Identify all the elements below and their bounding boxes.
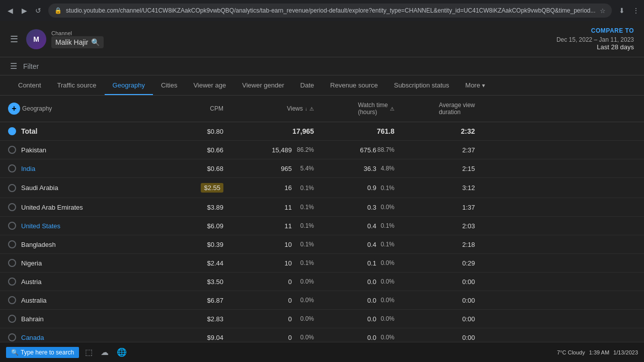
browser-taskbar-btn[interactable]: 🌐 [115, 345, 129, 359]
table-area[interactable]: + Geography CPM Views ↓ ⚠ Watch time(hou… [0, 96, 644, 362]
row-radio-button[interactable] [8, 222, 16, 230]
tab-viewer-age[interactable]: Viewer age [185, 75, 234, 95]
filter-toggle-icon[interactable]: ☰ [10, 61, 17, 71]
tab-traffic-source[interactable]: Traffic source [49, 75, 105, 95]
bookmark-icon[interactable]: ☆ [600, 7, 606, 15]
avg-duration-value: 2:37 [462, 146, 475, 154]
watch-time-pct: 0.0% [376, 297, 394, 304]
taskbar-right: 7°C Cloudy 1:39 AM 1/13/2023 [557, 349, 638, 355]
avg-duration-value: 0:00 [462, 315, 475, 323]
cpm-cell: $3.50 [161, 273, 231, 291]
watch-time-cell: 0.4 0.1% [322, 217, 403, 235]
table-row: Bangladesh $0.39 10 0.1% 0.4 0.1% 2:18 [0, 235, 644, 254]
tab-viewer-gender[interactable]: Viewer gender [234, 75, 292, 95]
row-radio-button[interactable] [8, 240, 16, 248]
channel-avatar-letter: M [33, 35, 39, 43]
views-cell: 15,489 86.2% [231, 141, 322, 159]
views-pct: 0.1% [296, 185, 314, 192]
table-row: Bahrain $2.83 0 0.0% 0.0 0.0% 0:00 [0, 310, 644, 328]
table-row: Pakistan $0.66 15,489 86.2% 675.6 88.7% … [0, 141, 644, 159]
compare-button[interactable]: COMPARE TO [591, 27, 634, 34]
tab-cities[interactable]: Cities [153, 75, 186, 95]
views-pct: 0.1% [296, 204, 314, 211]
col-geography-label: Geography [22, 105, 52, 112]
weather-widget[interactable]: ☁ [99, 345, 111, 359]
watch-time-pct: 0.1% [376, 241, 394, 248]
tab-content[interactable]: Content [10, 75, 49, 95]
avg-duration-cell: 2:18 [403, 235, 483, 253]
header-left: ☰ M Channel Malik Hajir 🔍 [10, 29, 104, 49]
col-header-watch-time: Watch time(hours) ⚠ [322, 96, 403, 122]
start-button[interactable]: 🔍 Type here to search [6, 347, 79, 358]
avg-duration-value: 0:00 [462, 278, 475, 286]
watch-time-cell: 36.3 4.8% [322, 159, 403, 177]
views-value: 15,489 [272, 146, 292, 154]
watch-time-pct: 0.0% [376, 315, 394, 322]
cpm-value: $2.44 [207, 259, 223, 267]
row-radio-button[interactable] [8, 146, 16, 154]
country-name: Austria [21, 278, 41, 286]
tab-date[interactable]: Date [292, 75, 322, 95]
watch-time-cell: 0.4 0.1% [322, 235, 403, 253]
avg-duration-cell: 0:00 [403, 273, 483, 291]
views-pct: 0.0% [296, 297, 314, 304]
header: ☰ M Channel Malik Hajir 🔍 COMPARE TO Dec… [0, 21, 644, 57]
avg-duration-value: 2:32 [461, 127, 475, 135]
avg-duration-cell: 2:37 [403, 141, 483, 159]
row-radio-button[interactable] [8, 203, 16, 211]
row-radio-button[interactable] [8, 259, 16, 267]
country-name: Bangladesh [21, 241, 56, 248]
country-name[interactable]: Canada [21, 334, 44, 341]
country-cell: Austria [0, 273, 161, 291]
country-name: Bahrain [21, 315, 44, 323]
address-bar[interactable]: 🔒 studio.youtube.com/channel/UC41CW8iKZA… [48, 4, 612, 18]
download-button[interactable]: ⬇ [616, 5, 628, 17]
country-cell: India [0, 159, 161, 177]
cpm-value: $2.83 [207, 315, 223, 323]
add-column-button[interactable]: + [8, 103, 20, 115]
taskview-button[interactable]: ⬚ [83, 345, 95, 359]
views-cell: 10 0.1% [231, 235, 322, 253]
country-name: Total [21, 127, 37, 135]
filter-bar: ☰ Filter [0, 57, 644, 75]
views-value: 0 [288, 334, 292, 341]
reload-button[interactable]: ↺ [32, 5, 44, 17]
views-value: 10 [285, 259, 292, 267]
back-button[interactable]: ◀ [4, 5, 16, 17]
extensions-button[interactable]: ⋮ [630, 5, 642, 17]
menu-icon[interactable]: ☰ [10, 34, 18, 45]
tab-subscription-status[interactable]: Subscription status [386, 75, 457, 95]
country-name[interactable]: United States [21, 222, 60, 230]
row-radio-button[interactable] [8, 127, 16, 135]
country-cell: Pakistan [0, 141, 161, 159]
header-right: COMPARE TO Dec 15, 2022 – Jan 11, 2023 L… [556, 27, 634, 51]
tab-revenue-source[interactable]: Revenue source [322, 75, 386, 95]
table-row: India $0.68 965 5.4% 36.3 4.8% 2:15 [0, 159, 644, 178]
country-name: Pakistan [21, 146, 46, 154]
forward-button[interactable]: ▶ [18, 5, 30, 17]
views-pct: 0.1% [296, 259, 314, 266]
tab-more[interactable]: More ▾ [457, 75, 494, 95]
cpm-value: $0.66 [207, 146, 223, 154]
views-cell: 16 0.1% [231, 178, 322, 198]
search-icon[interactable]: 🔍 [91, 38, 100, 46]
col-header-views[interactable]: Views ↓ ⚠ [231, 96, 322, 122]
channel-name-box[interactable]: Malik Hajir 🔍 [51, 36, 104, 48]
watch-time-cell: 761.8 [322, 122, 403, 140]
row-radio-button[interactable] [8, 278, 16, 286]
views-value: 0 [288, 297, 292, 304]
row-radio-button[interactable] [8, 333, 16, 341]
filter-label: Filter [23, 62, 39, 70]
views-cell: 0 0.0% [231, 273, 322, 291]
row-radio-button[interactable] [8, 315, 16, 323]
row-radio-button[interactable] [8, 164, 16, 172]
avg-duration-cell: 2:03 [403, 217, 483, 235]
row-radio-button[interactable] [8, 184, 16, 192]
country-name[interactable]: India [21, 165, 35, 172]
row-radio-button[interactable] [8, 296, 16, 304]
cpm-value: $0.68 [207, 165, 223, 172]
views-value: 17,965 [292, 127, 314, 135]
avg-duration-cell: 0:00 [403, 291, 483, 309]
channel-name: Malik Hajir [55, 38, 88, 46]
tab-geography[interactable]: Geography [105, 75, 153, 95]
